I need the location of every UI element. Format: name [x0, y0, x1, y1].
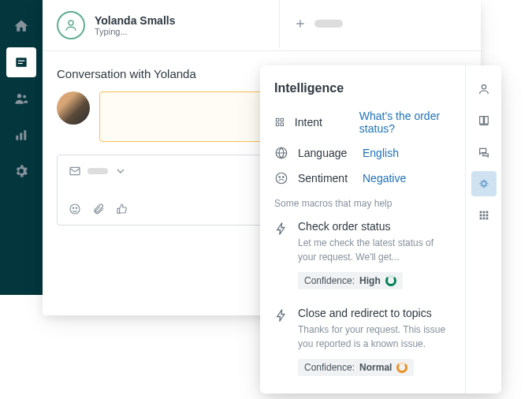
svg-point-19	[279, 177, 281, 178]
confidence-value: Normal	[359, 362, 392, 373]
sentiment-value[interactable]: Negative	[363, 172, 406, 185]
svg-point-3	[17, 94, 21, 98]
svg-rect-14	[281, 118, 283, 121]
svg-rect-27	[485, 214, 488, 217]
nav-analytics[interactable]	[6, 120, 36, 150]
svg-rect-7	[24, 130, 26, 140]
svg-rect-29	[482, 218, 485, 220]
user-name: Yolanda Smalls	[95, 14, 175, 27]
intent-label: Intent	[295, 116, 350, 129]
nav-customers[interactable]	[6, 84, 36, 114]
intelligence-panel: Intelligence Intent What's the order sta…	[260, 65, 501, 393]
panel-tab-knowledge[interactable]	[471, 108, 497, 133]
plus-icon	[294, 17, 307, 30]
svg-rect-26	[482, 214, 485, 217]
intent-row: Intent What's the order status?	[274, 110, 451, 135]
sentiment-row: Sentiment Negative	[274, 171, 451, 185]
tab-placeholder	[314, 20, 343, 28]
main-sidebar	[0, 0, 43, 295]
tab-bar	[279, 0, 343, 47]
panel-tab-apps[interactable]	[471, 203, 497, 228]
macro-item[interactable]: Check order status Let me check the late…	[274, 220, 451, 289]
sparkle-icon	[478, 177, 490, 190]
nav-home[interactable]	[6, 11, 36, 41]
svg-rect-23	[482, 211, 485, 214]
svg-rect-6	[20, 133, 22, 140]
intent-value[interactable]: What's the order status?	[359, 110, 451, 135]
book-icon	[478, 114, 490, 127]
sad-face-icon	[274, 171, 288, 185]
svg-point-10	[70, 204, 80, 214]
channel-placeholder	[87, 168, 108, 174]
sentiment-label: Sentiment	[298, 172, 353, 185]
emoji-icon[interactable]	[69, 203, 81, 215]
conversation-header: Yolanda Smalls Typing...	[43, 0, 481, 51]
svg-point-11	[73, 207, 73, 208]
intelligence-content: Intelligence Intent What's the order sta…	[260, 65, 465, 393]
macro-item[interactable]: Close and redirect to topics Thanks for …	[274, 307, 451, 376]
customers-icon	[13, 91, 29, 106]
svg-rect-13	[276, 118, 278, 121]
intelligence-sidebar	[465, 65, 501, 393]
panel-tab-user[interactable]	[471, 76, 497, 102]
macro-title: Check order status	[298, 220, 451, 233]
intent-icon	[274, 117, 285, 128]
svg-rect-5	[16, 136, 18, 140]
gear-icon	[13, 163, 29, 179]
svg-point-8	[69, 21, 73, 25]
nav-settings[interactable]	[6, 156, 36, 186]
person-icon	[64, 18, 78, 32]
lightning-icon	[274, 222, 288, 236]
nav-tickets[interactable]	[6, 47, 36, 77]
svg-rect-25	[479, 214, 482, 217]
chat-icon	[478, 146, 490, 158]
language-label: Language	[298, 147, 353, 159]
chevron-down-icon	[114, 165, 127, 177]
confidence-ring-icon	[396, 362, 407, 373]
confidence-ring-icon	[385, 275, 396, 286]
svg-rect-16	[281, 123, 283, 125]
macros-hint: Some macros that may help	[274, 198, 451, 209]
thumbs-up-icon[interactable]	[116, 203, 128, 215]
svg-point-21	[482, 85, 485, 89]
svg-point-12	[76, 207, 76, 208]
svg-rect-2	[18, 63, 23, 64]
svg-point-20	[283, 177, 285, 178]
attachment-icon[interactable]	[92, 203, 105, 215]
home-icon	[13, 18, 29, 34]
language-value[interactable]: English	[363, 147, 399, 159]
confidence-badge: Confidence: Normal	[298, 359, 414, 376]
grid-icon	[478, 209, 490, 222]
macro-title: Close and redirect to topics	[298, 307, 451, 319]
svg-point-18	[276, 173, 287, 184]
tickets-icon	[13, 54, 29, 70]
svg-rect-1	[18, 61, 24, 62]
svg-rect-28	[479, 218, 482, 220]
intelligence-title: Intelligence	[274, 81, 451, 95]
add-tab-button[interactable]	[294, 17, 307, 30]
svg-rect-22	[479, 211, 482, 214]
analytics-icon	[13, 127, 29, 143]
panel-tab-intelligence[interactable]	[471, 171, 497, 196]
globe-icon	[274, 146, 288, 160]
confidence-value: High	[359, 275, 381, 286]
panel-tab-conversations[interactable]	[471, 140, 497, 165]
macro-description: Let me check the latest status of your r…	[298, 236, 451, 264]
language-row: Language English	[274, 146, 451, 160]
macro-description: Thanks for your request. This issue you …	[298, 323, 451, 351]
svg-rect-30	[485, 218, 488, 220]
svg-rect-15	[276, 123, 278, 125]
mail-icon	[69, 165, 81, 177]
user-info: Yolanda Smalls Typing...	[95, 14, 175, 36]
svg-rect-24	[485, 211, 488, 214]
user-avatar-outline[interactable]	[57, 11, 85, 39]
svg-rect-0	[16, 58, 26, 67]
confidence-badge: Confidence: High	[298, 272, 403, 289]
typing-status: Typing...	[95, 27, 175, 36]
customer-avatar[interactable]	[57, 91, 90, 125]
person-icon	[478, 83, 490, 95]
svg-point-4	[23, 95, 26, 99]
confidence-label: Confidence:	[304, 362, 355, 373]
lightning-icon	[274, 308, 288, 323]
confidence-label: Confidence:	[304, 275, 355, 286]
